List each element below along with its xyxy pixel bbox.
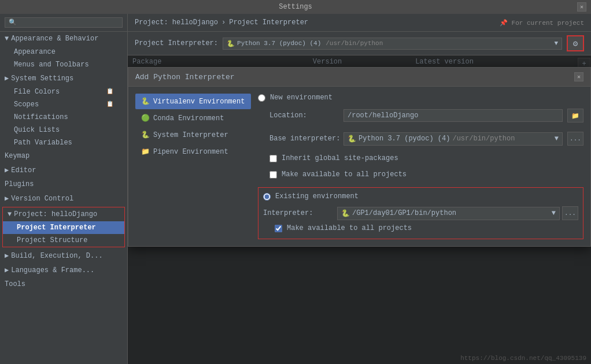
- sidebar-item-appearance[interactable]: Appearance: [0, 46, 127, 58]
- make-available-existing-label[interactable]: Make available to all projects: [287, 224, 412, 232]
- collapse-arrow-icon: ▼: [5, 35, 9, 43]
- sidebar: ▼ Appearance & Behavior Appearance Menus…: [0, 14, 128, 364]
- window-close-button[interactable]: ✕: [577, 2, 586, 12]
- modal-config-panel: New environment Location: 📁: [258, 94, 583, 239]
- breadcrumb-page: Project Interpreter: [229, 18, 308, 27]
- sidebar-item-scopes[interactable]: Scopes 📋: [0, 98, 127, 111]
- existing-interpreter-label: Interpreter:: [263, 209, 333, 217]
- existing-environment-label[interactable]: Existing environment: [275, 192, 359, 200]
- main-container: ▼ Appearance & Behavior Appearance Menus…: [0, 14, 591, 364]
- system-python-icon: 🐍: [141, 131, 150, 139]
- content-area: Project: helloDjango › Project Interpret…: [128, 14, 591, 364]
- collapse-arrow-icon-2: ▶: [5, 74, 9, 83]
- sidebar-item-quick-lists[interactable]: Quick Lists: [0, 124, 127, 136]
- existing-env-radio-row: Existing environment: [263, 192, 578, 200]
- sidebar-item-path-variables[interactable]: Path Variables: [0, 136, 127, 149]
- virtualenv-icon: 🐍: [141, 97, 150, 106]
- base-interpreter-more-button[interactable]: ...: [567, 132, 583, 146]
- base-dropdown-arrow: ▼: [555, 135, 559, 143]
- env-item-system[interactable]: 🐍 System Interpreter: [135, 127, 251, 143]
- existing-interpreter-more-button[interactable]: ...: [562, 206, 578, 220]
- make-available-new-row: Make available to all projects: [258, 169, 583, 180]
- existing-env-section: Existing environment Interpreter: 🐍: [258, 187, 583, 239]
- base-python-icon: 🐍: [348, 135, 356, 143]
- inherit-global-row: Inherit global site-packages: [258, 153, 583, 164]
- make-available-new-label[interactable]: Make available to all projects: [282, 170, 407, 179]
- breadcrumb-arrow-icon: ›: [221, 18, 226, 27]
- inherit-global-label[interactable]: Inherit global site-packages: [282, 154, 398, 162]
- sidebar-item-version-control[interactable]: ▶ Version Control: [0, 191, 127, 206]
- interpreter-label: Project Interpreter:: [135, 39, 218, 47]
- location-group: Location: 📁: [258, 106, 583, 125]
- interpreter-name: Python 3.7 (pydoc) (4): [237, 40, 321, 47]
- expand-arrow-icon-editor: ▶: [5, 166, 9, 174]
- modal-overlay: Add Python Interpreter ✕ 🐍 Virtualenv En…: [128, 55, 591, 364]
- sidebar-search-input[interactable]: [5, 17, 123, 28]
- sidebar-section-project: ▼ Project: helloDjango Project Interpret…: [2, 207, 125, 247]
- breadcrumb-note: 📌 For current project: [500, 19, 584, 27]
- add-python-interpreter-modal: Add Python Interpreter ✕ 🐍 Virtualenv En…: [128, 67, 591, 247]
- sidebar-search-container: [0, 14, 127, 32]
- existing-dropdown-arrow: ▼: [552, 209, 556, 217]
- location-browse-button[interactable]: 📁: [567, 109, 583, 122]
- existing-python-icon: 🐍: [341, 209, 350, 218]
- sidebar-item-build-execution[interactable]: ▶ Build, Execution, D...: [0, 248, 127, 263]
- env-item-conda[interactable]: 🟢 Conda Environment: [135, 110, 251, 126]
- existing-interpreter-select[interactable]: 🐍 /GP1/day01/GP1/bin/python ▼: [337, 207, 560, 220]
- modal-title: Add Python Interpreter: [135, 73, 235, 81]
- inherit-global-checkbox[interactable]: [269, 155, 277, 162]
- sidebar-item-menus-toolbars[interactable]: Menus and Toolbars: [0, 58, 127, 71]
- sidebar-item-editor[interactable]: ▶ Editor: [0, 163, 127, 177]
- env-item-virtualenv[interactable]: 🐍 Virtualenv Environment: [135, 94, 251, 109]
- sidebar-item-project-interpreter[interactable]: Project Interpreter: [3, 221, 124, 234]
- window-title: Settings: [279, 3, 312, 11]
- sidebar-item-tools[interactable]: Tools: [0, 277, 127, 291]
- sidebar-section-system-settings[interactable]: ▶ System Settings: [0, 71, 127, 86]
- interpreter-select[interactable]: 🐍 Python 3.7 (pydoc) (4) /usr/bin/python…: [223, 38, 562, 50]
- expand-arrow-icon-vc: ▶: [5, 194, 9, 203]
- interpreter-path: /usr/bin/python: [326, 40, 383, 47]
- python-icon: 🐍: [227, 40, 235, 47]
- env-item-pipenv[interactable]: 📁 Pipenv Environment: [135, 144, 251, 159]
- make-available-existing-row: Make available to all projects: [263, 222, 578, 234]
- table-area: Package Version Latest version Django 3.…: [128, 55, 591, 364]
- make-available-new-checkbox[interactable]: [269, 171, 277, 179]
- sidebar-item-file-colors[interactable]: File Colors 📋: [0, 86, 127, 98]
- environment-radio-group: New environment Location: 📁: [258, 94, 583, 239]
- sidebar-item-plugins[interactable]: Plugins: [0, 177, 127, 191]
- new-environment-label[interactable]: New environment: [270, 94, 333, 102]
- location-input[interactable]: [343, 109, 563, 122]
- sidebar-project-header[interactable]: ▼ Project: helloDjango: [3, 207, 124, 221]
- content-inner: Project: helloDjango › Project Interpret…: [128, 14, 591, 364]
- modal-env-list: 🐍 Virtualenv Environment 🟢 Conda Environ…: [135, 94, 251, 239]
- new-environment-radio[interactable]: [258, 94, 265, 102]
- base-interpreter-group: Base interpreter: 🐍 Python 3.7 (pydoc) (…: [258, 129, 583, 148]
- sidebar-item-keymap[interactable]: Keymap: [0, 149, 127, 163]
- breadcrumb: Project: helloDjango › Project Interpret…: [128, 14, 591, 32]
- interpreter-row: Project Interpreter: 🐍 Python 3.7 (pydoc…: [128, 32, 591, 55]
- expand-arrow-icon-project: ▼: [8, 210, 12, 218]
- sidebar-section-appearance-behavior[interactable]: ▼ Appearance & Behavior: [0, 32, 127, 46]
- title-bar: Settings ✕: [0, 0, 591, 14]
- conda-icon: 🟢: [141, 114, 150, 122]
- existing-environment-radio[interactable]: [263, 193, 271, 200]
- location-label: Location:: [269, 112, 339, 120]
- sidebar-item-languages[interactable]: ▶ Languages & Frame...: [0, 263, 127, 277]
- modal-close-button[interactable]: ✕: [574, 72, 583, 81]
- sidebar-item-notifications[interactable]: Notifications: [0, 111, 127, 124]
- gear-button[interactable]: ⚙: [567, 35, 584, 51]
- base-interpreter-label: Base interpreter:: [269, 135, 339, 143]
- sidebar-item-project-structure[interactable]: Project Structure: [3, 234, 124, 247]
- pipenv-icon: 📁: [141, 147, 150, 156]
- modal-header: Add Python Interpreter ✕: [128, 68, 590, 87]
- breadcrumb-project: Project: helloDjango: [135, 18, 218, 27]
- expand-arrow-icon-build: ▶: [5, 251, 9, 260]
- make-available-existing-checkbox[interactable]: [275, 225, 282, 232]
- existing-interpreter-group: Interpreter: 🐍 /GP1/day01/GP1/bin/python…: [263, 204, 578, 222]
- dropdown-arrow-icon: ▼: [554, 40, 558, 47]
- expand-arrow-icon-lang: ▶: [5, 266, 9, 274]
- existing-interpreter-select-container: 🐍 /GP1/day01/GP1/bin/python ▼ ...: [337, 206, 578, 220]
- modal-body: 🐍 Virtualenv Environment 🟢 Conda Environ…: [128, 87, 590, 246]
- new-env-radio-row: New environment: [258, 94, 583, 102]
- base-interpreter-select[interactable]: 🐍 Python 3.7 (pydoc) (4) /usr/bin/python…: [343, 132, 563, 146]
